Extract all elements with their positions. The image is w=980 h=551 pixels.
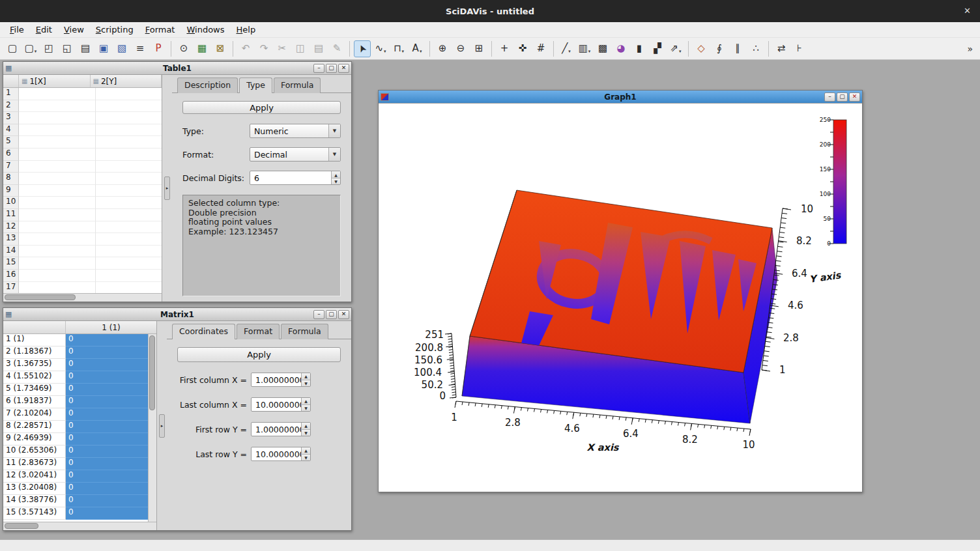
row-number[interactable]: 3 <box>3 112 19 124</box>
matrix-row-header[interactable]: 3 (1.36735) <box>3 359 66 371</box>
table1-corner-cell[interactable] <box>3 75 19 87</box>
menu-scripting[interactable]: Scripting <box>90 23 139 36</box>
matrix-row-header[interactable]: 14 (3.38776) <box>3 495 66 507</box>
table-cell[interactable] <box>19 221 96 234</box>
table-cell[interactable] <box>19 197 96 209</box>
spin-down-icon[interactable]: ▼ <box>302 430 310 436</box>
table-cell[interactable] <box>19 282 96 294</box>
row-number[interactable]: 13 <box>3 233 19 246</box>
matrix-cell[interactable]: 0 <box>66 346 148 359</box>
close-button[interactable]: ✕ <box>338 64 349 73</box>
row-number[interactable]: 14 <box>3 246 19 258</box>
matrix-row-header[interactable]: 4 (1.55102) <box>3 371 66 384</box>
row-number[interactable]: 12 <box>3 221 19 234</box>
export-pdf-button[interactable]: P <box>150 40 167 57</box>
table-cell[interactable] <box>19 88 96 100</box>
row-number[interactable]: 8 <box>3 173 19 185</box>
curve-picker-button[interactable]: ∿▾ <box>372 40 389 57</box>
row-number[interactable]: 1 <box>3 88 19 100</box>
minimize-button[interactable]: – <box>313 64 324 73</box>
matrix-row-header[interactable]: 5 (1.73469) <box>3 384 66 396</box>
menu-windows[interactable]: Windows <box>180 23 230 36</box>
maximize-button[interactable]: ▢ <box>326 310 337 319</box>
undo-button[interactable]: ↶ <box>237 40 254 57</box>
plot3d-surface-button[interactable]: ◇ <box>693 40 710 57</box>
rescale-to-show-all-button[interactable]: ⊞ <box>470 40 487 57</box>
scrollbar-handle[interactable] <box>149 335 155 410</box>
tab-description[interactable]: Description <box>177 78 238 93</box>
table1-column-header-2y[interactable]: ▦ 2[Y] <box>91 75 162 87</box>
menu-edit[interactable]: Edit <box>30 23 58 36</box>
add-column-button[interactable]: ⊦ <box>791 40 808 57</box>
chevron-down-icon[interactable]: ▼ <box>328 148 340 161</box>
cut-button[interactable]: ✂ <box>274 40 291 57</box>
scrollbar-handle[interactable] <box>5 294 76 300</box>
plot-histogram-button[interactable]: ▞ <box>649 40 666 57</box>
toolbar-overflow-button[interactable]: » <box>963 44 977 54</box>
chevron-down-icon[interactable]: ▼ <box>328 124 340 137</box>
graph1-titlebar[interactable]: Graph1 – ▢ ✕ <box>379 91 862 104</box>
table-cell[interactable] <box>96 88 162 100</box>
app-close-button[interactable]: ✕ <box>964 6 971 16</box>
close-button[interactable]: ✕ <box>338 310 349 319</box>
splitter-collapse-button[interactable]: ▸ <box>164 177 170 200</box>
first-row-y-spinner[interactable]: 1.00000000 ▲ ▼ <box>251 422 311 436</box>
plot-curve-button[interactable]: ▥▾ <box>576 40 593 57</box>
convert-to-matrix-button[interactable]: ⇄ <box>773 40 790 57</box>
menu-format[interactable]: Format <box>139 23 181 36</box>
import-ascii-button[interactable]: ▤ <box>77 40 94 57</box>
spin-up-icon[interactable]: ▲ <box>302 373 310 380</box>
matrix-cell[interactable]: 0 <box>66 408 148 421</box>
minimize-button[interactable]: – <box>313 310 324 319</box>
open-template-button[interactable]: ◱ <box>59 40 76 57</box>
maximize-button[interactable]: ▢ <box>837 92 848 102</box>
matrix-cell[interactable]: 0 <box>66 334 148 346</box>
matrix1-column-header[interactable]: 1 (1) <box>66 321 156 333</box>
matrix1-splitter[interactable]: ▸ <box>157 321 167 530</box>
matrix-row-header[interactable]: 10 (2.65306) <box>3 445 66 458</box>
project-explorer-button[interactable]: ⊙ <box>175 40 192 57</box>
tab-formula[interactable]: Formula <box>281 324 328 339</box>
table-cell[interactable] <box>96 112 162 124</box>
matrix-row-header[interactable]: 7 (2.10204) <box>3 408 66 421</box>
data-reader-button[interactable]: ⊓▾ <box>390 40 407 57</box>
log-window-button[interactable]: ▦ <box>194 40 210 57</box>
table-cell[interactable] <box>19 136 96 148</box>
matrix-row-header[interactable]: 2 (1.18367) <box>3 346 66 359</box>
table1-hscrollbar[interactable] <box>3 293 162 302</box>
row-number[interactable]: 10 <box>3 197 19 209</box>
spin-up-icon[interactable]: ▲ <box>332 171 340 178</box>
matrix-cell[interactable]: 0 <box>66 421 148 433</box>
table-cell[interactable] <box>96 124 162 137</box>
table-cell[interactable] <box>96 246 162 258</box>
matrix-row-header[interactable]: 11 (2.83673) <box>3 458 66 470</box>
minimize-button[interactable]: – <box>824 92 835 102</box>
scrollbar-handle[interactable] <box>5 523 38 529</box>
table-cell[interactable] <box>96 136 162 148</box>
matrix-row-header[interactable]: 12 (3.02041) <box>3 470 66 483</box>
plot-pie-button[interactable]: ◕ <box>612 40 629 57</box>
matrix-cell[interactable]: 0 <box>66 371 148 384</box>
last-column-x-spinner[interactable]: 10.0000000 ▲ ▼ <box>251 397 311 412</box>
table-cell[interactable] <box>19 270 96 282</box>
row-number[interactable]: 9 <box>3 185 19 197</box>
matrix-cell[interactable]: 0 <box>66 495 148 507</box>
plot3d-trajectory-button[interactable]: ∮ <box>711 40 728 57</box>
row-number[interactable]: 15 <box>3 257 19 270</box>
matrix-cell[interactable]: 0 <box>66 458 148 470</box>
table-cell[interactable] <box>96 221 162 234</box>
table-cell[interactable] <box>19 209 96 221</box>
matrix-cell[interactable]: 0 <box>66 433 148 445</box>
close-button[interactable]: ✕ <box>849 92 860 102</box>
spin-down-icon[interactable]: ▼ <box>332 178 340 185</box>
lock-toolbars-button[interactable]: ⊠ <box>212 40 229 57</box>
zoom-out-button[interactable]: ⊖ <box>452 40 469 57</box>
matrix-row-header[interactable]: 15 (3.57143) <box>3 507 66 520</box>
menu-help[interactable]: Help <box>231 23 262 36</box>
spin-up-icon[interactable]: ▲ <box>302 398 310 405</box>
text-tool-button[interactable]: A▾ <box>409 40 425 57</box>
spin-down-icon[interactable]: ▼ <box>302 380 310 387</box>
pointer-button[interactable]: ➤ <box>354 40 371 57</box>
format-combobox[interactable]: Decimal ▼ <box>250 147 341 162</box>
matrix-cell[interactable]: 0 <box>66 359 148 371</box>
